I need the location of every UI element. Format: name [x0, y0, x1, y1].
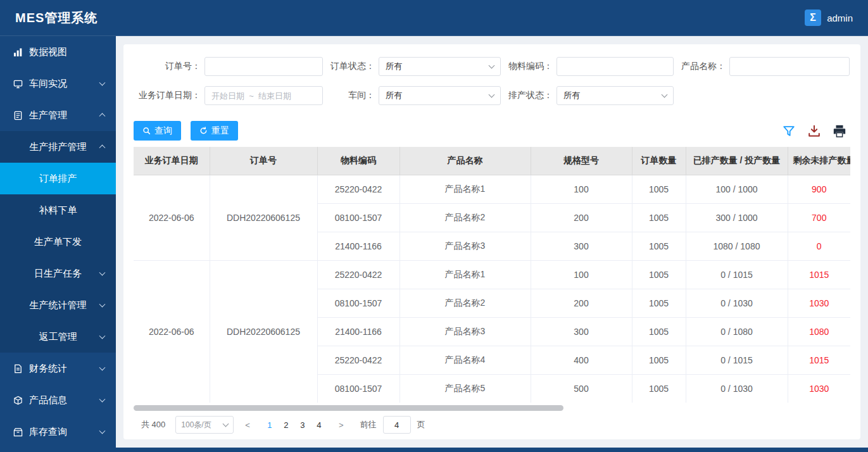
product-name-input[interactable]: [729, 57, 850, 76]
prev-page-button[interactable]: <: [240, 420, 255, 430]
column-header: 产品名称: [399, 147, 531, 175]
user-menu[interactable]: Σ admin: [805, 9, 853, 26]
cell-order-qty: 1005: [632, 374, 686, 403]
schedule-status-select[interactable]: 所有: [557, 86, 674, 105]
sidebar-item-label: 数据视图: [29, 46, 67, 58]
order-status-label: 订单状态：: [323, 61, 379, 72]
cell-order-qty: 1005: [632, 289, 686, 317]
cell-scheduled-qty: 0 / 1030: [686, 289, 788, 317]
schedule-status-value: 所有: [563, 90, 580, 101]
cell-spec: 100: [531, 260, 632, 289]
cell-order-date: 2022-06-06: [134, 260, 210, 403]
cell-remaining-qty: 700: [788, 203, 850, 232]
next-page-button[interactable]: >: [334, 420, 349, 430]
sidebar-item-product-info[interactable]: 产品信息: [0, 384, 116, 416]
cell-order-no: DDH20220606125: [210, 260, 317, 403]
cell-order-qty: 1005: [632, 317, 686, 346]
workshop-select[interactable]: 所有: [379, 86, 501, 105]
reset-button-label: 重置: [211, 125, 229, 137]
schedule-status-label: 排产状态：: [501, 90, 557, 101]
table-row[interactable]: 2022-06-06DDH2022060612525220-0422产品名称11…: [134, 175, 850, 203]
topbar: MES管理系统 Σ admin: [0, 0, 868, 36]
cell-remaining-qty: 1030: [788, 289, 850, 317]
sidebar-item-label: 库存查询: [29, 426, 67, 438]
cell-spec: 300: [531, 317, 632, 346]
cell-material-code: 08100-1507: [317, 289, 399, 317]
cell-order-qty: 1005: [632, 232, 686, 260]
cell-scheduled-qty: 300 / 1000: [686, 203, 788, 232]
cell-spec: 100: [531, 175, 632, 203]
order-status-value: 所有: [386, 61, 402, 72]
cell-scheduled-qty: 1080 / 1080: [686, 232, 788, 260]
cell-order-qty: 1005: [632, 175, 686, 203]
cell-spec: 400: [531, 346, 632, 374]
cell-order-qty: 1005: [632, 260, 686, 289]
goto-page-input[interactable]: [383, 416, 411, 434]
sidebar-item-order-scheduling[interactable]: 订单排产: [0, 163, 116, 194]
sidebar-item-replenish-order[interactable]: 补料下单: [0, 194, 116, 226]
date-range-input[interactable]: [204, 86, 323, 105]
page-number-2[interactable]: 2: [278, 420, 294, 430]
page-numbers: 1234: [261, 420, 327, 430]
sidebar-item-data-view[interactable]: 数据视图: [0, 36, 116, 68]
download-icon[interactable]: [807, 124, 821, 138]
cell-material-code: 08100-1507: [317, 374, 399, 403]
horizontal-scrollbar[interactable]: [134, 405, 850, 411]
clipboard-icon: [13, 111, 23, 120]
print-icon[interactable]: [833, 124, 846, 138]
chevron-down-icon: [99, 301, 106, 308]
box-icon: [13, 427, 23, 437]
sidebar-item-workshop-live[interactable]: 车间实况: [0, 68, 116, 99]
reset-button[interactable]: 重置: [191, 121, 238, 141]
sidebar-item-label: 财务统计: [29, 363, 67, 375]
cell-scheduled-qty: 0 / 1015: [686, 346, 788, 374]
cell-product-name: 产品名称5: [399, 374, 531, 403]
table-row[interactable]: 2022-06-06DDH2022060612525220-0422产品名称11…: [134, 260, 850, 289]
page-number-1[interactable]: 1: [261, 420, 278, 430]
cell-remaining-qty: 1015: [788, 260, 850, 289]
cell-order-qty: 1005: [632, 346, 686, 374]
document-icon: [13, 364, 23, 374]
page-size-select[interactable]: 100条/页: [175, 416, 234, 434]
sidebar-item-finance-stats[interactable]: 财务统计: [0, 353, 116, 384]
pagination: 共 400 100条/页 < 1234 > 前往 页: [134, 416, 850, 434]
sidebar-item-label: 日生产任务: [34, 268, 82, 280]
cell-product-name: 产品名称2: [399, 289, 531, 317]
sidebar-item-production-stats-mgmt[interactable]: 生产统计管理: [0, 289, 116, 321]
user-avatar-icon: Σ: [805, 9, 821, 26]
order-no-input[interactable]: [204, 57, 323, 76]
product-name-label: 产品名称：: [674, 61, 729, 72]
sidebar-item-inventory-query[interactable]: 库存查询: [0, 416, 116, 448]
search-button[interactable]: 查询: [134, 121, 181, 141]
order-no-label: 订单号：: [134, 61, 204, 72]
column-header: 物料编码: [317, 147, 399, 175]
actions-row: 查询 重置: [134, 121, 850, 141]
column-header: 剩余未排产数量: [788, 147, 850, 175]
scrollbar-thumb[interactable]: [134, 405, 563, 411]
page-number-4[interactable]: 4: [311, 420, 327, 430]
chevron-down-icon: [99, 365, 106, 371]
sidebar-item-rework-mgmt[interactable]: 返工管理: [0, 321, 116, 353]
cell-spec: 300: [531, 232, 632, 260]
app-title: MES管理系统: [15, 9, 97, 27]
filter-funnel-icon[interactable]: [782, 124, 796, 138]
goto-label: 前往: [360, 419, 377, 430]
sidebar-item-daily-production-task[interactable]: 日生产任务: [0, 258, 116, 289]
sidebar-item-production-mgmt[interactable]: 生产管理: [0, 99, 116, 131]
goto-page-suffix: 页: [417, 419, 425, 430]
cell-material-code: 21400-1166: [317, 317, 399, 346]
filter-form: 订单号： 订单状态： 所有 物料编码： 产品名称： 业务订单日期： 车间： 所有: [134, 57, 850, 105]
cell-scheduled-qty: 0 / 1080: [686, 317, 788, 346]
table-tools: [782, 124, 850, 138]
material-code-input[interactable]: [557, 57, 674, 76]
page-number-3[interactable]: 3: [294, 420, 311, 430]
order-status-select[interactable]: 所有: [379, 57, 501, 76]
sidebar-item-production-schedule-mgmt[interactable]: 生产排产管理: [0, 131, 116, 163]
table-header-row: 业务订单日期订单号物料编码产品名称规格型号订单数量已排产数量 / 投产数量剩余未…: [134, 147, 850, 175]
cell-spec: 200: [531, 289, 632, 317]
cell-remaining-qty: 0: [788, 232, 850, 260]
cell-remaining-qty: 1015: [788, 346, 850, 374]
cell-order-date: 2022-06-06: [134, 175, 210, 260]
sidebar-item-production-order-issue[interactable]: 生产单下发: [0, 226, 116, 258]
cell-product-name: 产品名称1: [399, 175, 531, 203]
